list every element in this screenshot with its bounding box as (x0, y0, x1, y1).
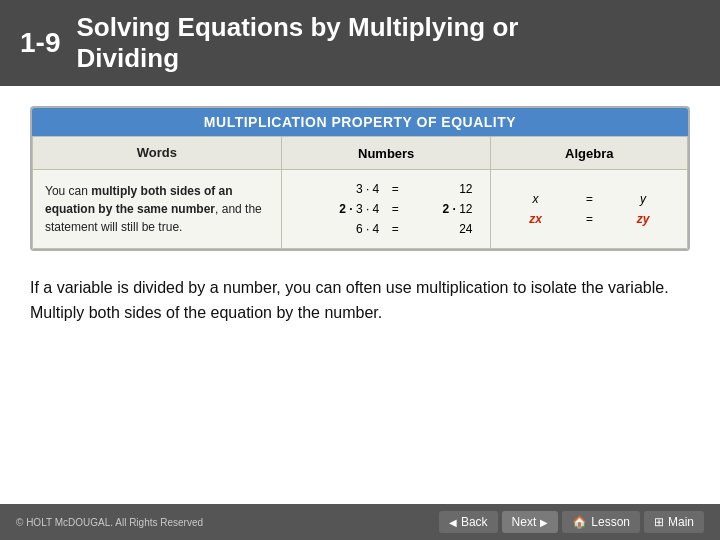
numbers-row-1: 3 · 4 = 12 (296, 180, 477, 198)
bold-2r: 2 · (442, 202, 455, 216)
next-button[interactable]: Next ▶ (502, 511, 559, 533)
eq-3: = (385, 220, 405, 238)
numbers-row-3: 6 · 4 = 24 (296, 220, 477, 238)
next-label: Next (512, 515, 537, 529)
num-right-1: 12 (407, 180, 476, 198)
multiplication-property-table: MULTIPLICATION PROPERTY OF EQUALITY Word… (30, 106, 690, 251)
table-row: You can multiply both sides of an equati… (33, 169, 688, 248)
num-left-3: 6 · 4 (296, 220, 383, 238)
num-right-3: 24 (407, 220, 476, 238)
alg-left-2: zx (505, 210, 565, 228)
lesson-home-icon: 🏠 (572, 515, 587, 529)
alg-eq-1: = (567, 190, 611, 208)
num-left-2: 2 · 3 · 4 (296, 200, 383, 218)
title-line1: Solving Equations by Multiplying or (76, 12, 518, 42)
alg-eq-2: = (567, 210, 611, 228)
lesson-button[interactable]: 🏠 Lesson (562, 511, 640, 533)
table-title: MULTIPLICATION PROPERTY OF EQUALITY (32, 108, 688, 136)
alg-right-2: zy (613, 210, 673, 228)
header: 1-9 Solving Equations by Multiplying or … (0, 0, 720, 86)
algebra-cell: x = y zx = zy (491, 169, 688, 248)
copyright-text: © HOLT McDOUGAL. All Rights Reserved (16, 517, 203, 528)
col-header-algebra: Algebra (491, 137, 688, 170)
main-grid-icon: ⊞ (654, 515, 664, 529)
bold-2: 2 · (339, 202, 352, 216)
body-paragraph: If a variable is divided by a number, yo… (30, 275, 690, 326)
num-left-1: 3 · 4 (296, 180, 383, 198)
back-button[interactable]: ◀ Back (439, 511, 498, 533)
main-button[interactable]: ⊞ Main (644, 511, 704, 533)
numbers-cell: 3 · 4 = 12 2 · 3 · 4 = 2 · 12 6 · 4 (281, 169, 491, 248)
bold-text-multiply: multiply both sides of an equation by th… (45, 184, 233, 216)
algebra-row-2: zx = zy (505, 210, 673, 228)
property-table: Words Numbers Algebra You can multiply b… (32, 136, 688, 249)
footer: © HOLT McDOUGAL. All Rights Reserved ◀ B… (0, 504, 720, 540)
numbers-inner-table: 3 · 4 = 12 2 · 3 · 4 = 2 · 12 6 · 4 (294, 178, 479, 240)
back-arrow-icon: ◀ (449, 517, 457, 528)
lesson-badge: 1-9 (20, 27, 60, 59)
main-label: Main (668, 515, 694, 529)
col-header-words: Words (33, 137, 282, 170)
alg-bold-zy: zy (637, 212, 650, 226)
words-cell: You can multiply both sides of an equati… (33, 169, 282, 248)
col-header-numbers: Numbers (281, 137, 491, 170)
alg-left-1: x (505, 190, 565, 208)
algebra-row-1: x = y (505, 190, 673, 208)
numbers-row-2: 2 · 3 · 4 = 2 · 12 (296, 200, 477, 218)
header-title: Solving Equations by Multiplying or Divi… (76, 12, 518, 74)
main-content: MULTIPLICATION PROPERTY OF EQUALITY Word… (0, 86, 720, 346)
title-line2: Dividing (76, 43, 179, 73)
next-arrow-icon: ▶ (540, 517, 548, 528)
alg-right-1: y (613, 190, 673, 208)
alg-bold-zx: zx (529, 212, 542, 226)
algebra-inner-table: x = y zx = zy (503, 188, 675, 230)
back-label: Back (461, 515, 488, 529)
num-right-2: 2 · 12 (407, 200, 476, 218)
footer-nav: ◀ Back Next ▶ 🏠 Lesson ⊞ Main (439, 511, 704, 533)
lesson-label: Lesson (591, 515, 630, 529)
eq-1: = (385, 180, 405, 198)
eq-2: = (385, 200, 405, 218)
